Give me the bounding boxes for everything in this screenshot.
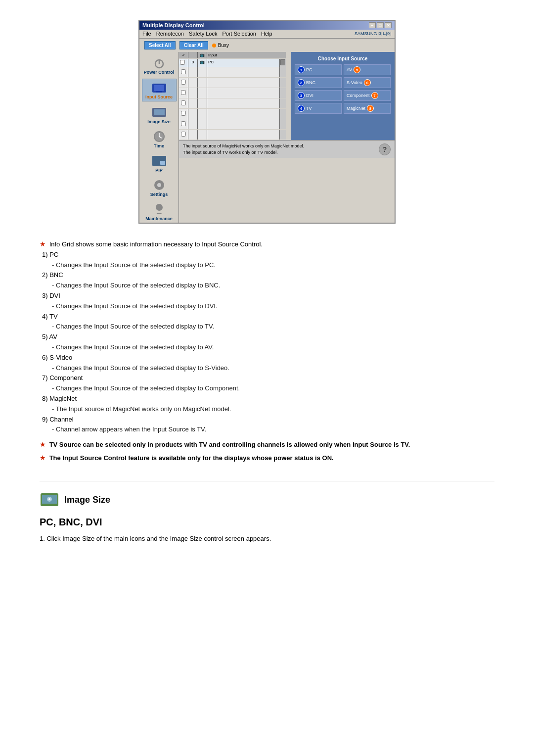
samsung-logo: SAMSUNG 미니에 bbox=[355, 31, 392, 37]
sidebar-item-time[interactable]: Time bbox=[142, 128, 177, 150]
documentation: ★ Info Grid shows some basic information… bbox=[40, 238, 494, 464]
power-icon bbox=[151, 56, 167, 70]
doc-note-2: ★ The Input Source Control feature is av… bbox=[40, 452, 494, 464]
grid-cell-icon-1: 📺 bbox=[198, 59, 207, 67]
pip-icon bbox=[151, 154, 167, 168]
sidebar-item-power[interactable]: Power Control bbox=[142, 54, 177, 76]
image-size-section-icon bbox=[40, 491, 59, 509]
row-checkbox-5[interactable] bbox=[181, 100, 186, 105]
select-all-button[interactable]: Select All bbox=[144, 41, 176, 49]
grid-cell-id-1: 0 bbox=[188, 59, 197, 67]
num-badge-3: 3 bbox=[298, 92, 305, 99]
busy-label: Busy bbox=[218, 43, 229, 48]
input-btn-component[interactable]: Component 7 bbox=[344, 90, 391, 101]
input-label-av: AV bbox=[347, 67, 352, 72]
row-checkbox-4[interactable] bbox=[181, 90, 186, 95]
grid-col-check: ✓ bbox=[179, 52, 188, 58]
pc-bnc-dvi-title: PC, BNC, DVI bbox=[40, 517, 494, 528]
row-checkbox-3[interactable] bbox=[181, 80, 186, 85]
doc-item-7-desc: - Changes the Input Source of the select… bbox=[52, 383, 494, 394]
doc-item-2: 2) BNC bbox=[42, 270, 494, 281]
grid-row-6 bbox=[179, 109, 286, 119]
clear-all-button[interactable]: Clear All bbox=[179, 41, 208, 49]
minimize-btn[interactable]: − bbox=[369, 22, 376, 28]
row-checkbox-6[interactable] bbox=[181, 111, 186, 116]
svg-point-14 bbox=[157, 183, 161, 187]
grid-header-row: ✓ 📺 Input bbox=[179, 52, 286, 58]
row-checkbox-1[interactable] bbox=[180, 60, 185, 65]
time-icon bbox=[151, 130, 167, 143]
busy-dot bbox=[212, 44, 216, 47]
sidebar-item-pip[interactable]: PIP bbox=[142, 152, 177, 174]
star-icon-intro: ★ bbox=[40, 240, 46, 248]
input-btn-magicnet[interactable]: MagicNet 8 bbox=[344, 103, 391, 114]
menu-remotecon[interactable]: Remotecon bbox=[156, 31, 184, 37]
right-content: ✓ 📺 Input 0 📺 bbox=[179, 52, 395, 223]
input-btn-tv[interactable]: 4 TV bbox=[295, 103, 342, 114]
image-size-step1: 1. Click Image Size of the main icons an… bbox=[40, 533, 494, 544]
input-btn-bnc[interactable]: 2 BNC bbox=[295, 77, 342, 88]
title-bar: Multiple Display Control − □ ✕ bbox=[139, 21, 395, 30]
row-checkbox-8[interactable] bbox=[181, 132, 186, 137]
notice-area: The input source of MagicNet works only … bbox=[179, 140, 395, 158]
help-icon[interactable]: ? bbox=[379, 143, 391, 155]
doc-item-5-desc: - Changes the Input Source of the select… bbox=[52, 342, 494, 353]
content-with-panel: ✓ 📺 Input 0 📺 bbox=[179, 52, 395, 140]
grid-row-5 bbox=[179, 98, 286, 108]
num-badge-5: 5 bbox=[354, 66, 360, 73]
menu-safety-lock[interactable]: Safety Lock bbox=[189, 31, 217, 37]
grid-row-7 bbox=[179, 119, 286, 129]
sidebar-item-image-size[interactable]: Image Size bbox=[142, 104, 177, 126]
doc-item-8-desc: - The Input source of MagicNet works onl… bbox=[52, 404, 494, 415]
doc-item-7: 7) Component bbox=[42, 373, 494, 383]
input-source-panel: Choose Input Source 1 PC AV bbox=[291, 52, 395, 140]
input-source-grid: 1 PC AV 5 2 bbox=[295, 64, 391, 114]
input-btn-av[interactable]: AV 5 bbox=[344, 64, 391, 75]
input-label-magicnet: MagicNet bbox=[347, 106, 365, 111]
menu-help[interactable]: Help bbox=[261, 31, 272, 37]
star-icon-note2: ★ bbox=[40, 454, 46, 462]
input-btn-dvi[interactable]: 3 DVI bbox=[295, 90, 342, 101]
svg-rect-4 bbox=[156, 91, 162, 93]
grid-col-id bbox=[188, 52, 197, 58]
sidebar-label-settings: Settings bbox=[150, 192, 168, 197]
input-label-svideo: S-Video bbox=[347, 80, 362, 85]
sidebar-item-input-source[interactable]: Input Source bbox=[142, 79, 177, 101]
input-source-icon bbox=[151, 81, 167, 94]
svg-rect-6 bbox=[154, 109, 165, 115]
menu-port-selection[interactable]: Port Selection bbox=[222, 31, 256, 37]
input-label-bnc: BNC bbox=[306, 80, 315, 85]
scrollbar-area bbox=[280, 59, 286, 67]
row-checkbox-2[interactable] bbox=[181, 69, 186, 74]
page-container: Multiple Display Control − □ ✕ File Remo… bbox=[0, 0, 534, 564]
input-label-dvi: DVI bbox=[306, 93, 313, 98]
doc-item-3-desc: - Changes the Input Source of the select… bbox=[52, 301, 494, 312]
doc-note-1: ★ TV Source can be selected only in prod… bbox=[40, 439, 494, 450]
svg-rect-3 bbox=[154, 85, 164, 91]
sidebar-label-image-size: Image Size bbox=[147, 119, 171, 124]
grid-area: ✓ 📺 Input 0 📺 bbox=[179, 52, 286, 140]
close-btn[interactable]: ✕ bbox=[385, 22, 392, 28]
input-label-component: Component bbox=[347, 93, 370, 98]
grid-col-icon: 📺 bbox=[198, 52, 207, 58]
input-btn-pc[interactable]: 1 PC bbox=[295, 64, 342, 75]
sidebar-item-maintenance[interactable]: Maintenance bbox=[142, 201, 177, 223]
svg-point-15 bbox=[156, 204, 163, 211]
input-btn-svideo[interactable]: S-Video 6 bbox=[344, 77, 391, 88]
num-badge-1: 1 bbox=[298, 66, 305, 73]
grid-cell-input-1: PC bbox=[207, 59, 279, 67]
doc-item-1-desc: - Changes the Input Source of the select… bbox=[52, 260, 494, 271]
doc-item-5: 5) AV bbox=[42, 332, 494, 342]
busy-indicator: Busy bbox=[212, 43, 229, 48]
doc-item-1: 1) PC bbox=[42, 250, 494, 260]
sidebar: Power Control Input Source bbox=[139, 52, 179, 223]
doc-intro: ★ Info Grid shows some basic information… bbox=[40, 238, 494, 250]
doc-item-9: 9) Channel bbox=[42, 415, 494, 425]
maintenance-icon bbox=[151, 202, 167, 216]
menu-file[interactable]: File bbox=[142, 31, 151, 37]
scrollbar-thumb[interactable] bbox=[280, 59, 285, 65]
row-checkbox-7[interactable] bbox=[181, 121, 186, 126]
image-size-icon bbox=[151, 105, 167, 119]
sidebar-item-settings[interactable]: Settings bbox=[142, 177, 177, 198]
maximize-btn[interactable]: □ bbox=[377, 22, 384, 28]
